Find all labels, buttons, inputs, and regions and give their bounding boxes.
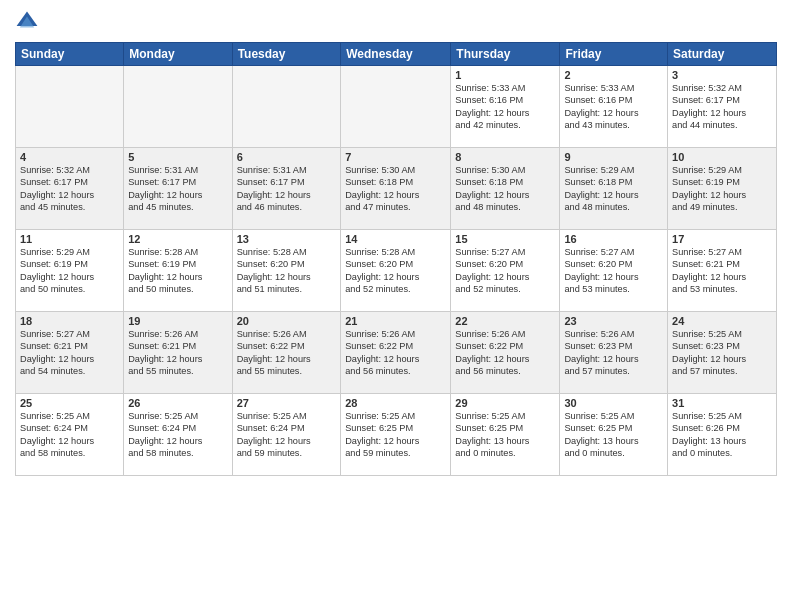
day-info: Sunrise: 5:25 AM Sunset: 6:24 PM Dayligh… bbox=[20, 410, 119, 460]
day-number: 18 bbox=[20, 315, 119, 327]
logo-icon bbox=[15, 10, 39, 34]
day-number: 26 bbox=[128, 397, 227, 409]
calendar-day-cell: 24Sunrise: 5:25 AM Sunset: 6:23 PM Dayli… bbox=[668, 312, 777, 394]
day-info: Sunrise: 5:25 AM Sunset: 6:25 PM Dayligh… bbox=[345, 410, 446, 460]
calendar-day-header: Sunday bbox=[16, 43, 124, 66]
calendar-day-cell: 12Sunrise: 5:28 AM Sunset: 6:19 PM Dayli… bbox=[124, 230, 232, 312]
day-number: 10 bbox=[672, 151, 772, 163]
day-number: 3 bbox=[672, 69, 772, 81]
calendar-day-cell bbox=[341, 66, 451, 148]
calendar-day-cell: 3Sunrise: 5:32 AM Sunset: 6:17 PM Daylig… bbox=[668, 66, 777, 148]
calendar-day-cell: 5Sunrise: 5:31 AM Sunset: 6:17 PM Daylig… bbox=[124, 148, 232, 230]
calendar-day-cell: 11Sunrise: 5:29 AM Sunset: 6:19 PM Dayli… bbox=[16, 230, 124, 312]
day-number: 31 bbox=[672, 397, 772, 409]
day-number: 24 bbox=[672, 315, 772, 327]
day-info: Sunrise: 5:31 AM Sunset: 6:17 PM Dayligh… bbox=[128, 164, 227, 214]
calendar-day-cell: 22Sunrise: 5:26 AM Sunset: 6:22 PM Dayli… bbox=[451, 312, 560, 394]
calendar-table: SundayMondayTuesdayWednesdayThursdayFrid… bbox=[15, 42, 777, 476]
day-number: 12 bbox=[128, 233, 227, 245]
header bbox=[15, 10, 777, 34]
day-number: 17 bbox=[672, 233, 772, 245]
calendar-day-cell: 28Sunrise: 5:25 AM Sunset: 6:25 PM Dayli… bbox=[341, 394, 451, 476]
day-number: 19 bbox=[128, 315, 227, 327]
day-number: 23 bbox=[564, 315, 663, 327]
calendar-day-header: Tuesday bbox=[232, 43, 341, 66]
day-number: 5 bbox=[128, 151, 227, 163]
day-number: 21 bbox=[345, 315, 446, 327]
calendar-day-cell: 20Sunrise: 5:26 AM Sunset: 6:22 PM Dayli… bbox=[232, 312, 341, 394]
calendar-header-row: SundayMondayTuesdayWednesdayThursdayFrid… bbox=[16, 43, 777, 66]
calendar-day-cell: 21Sunrise: 5:26 AM Sunset: 6:22 PM Dayli… bbox=[341, 312, 451, 394]
day-info: Sunrise: 5:33 AM Sunset: 6:16 PM Dayligh… bbox=[455, 82, 555, 132]
day-info: Sunrise: 5:25 AM Sunset: 6:24 PM Dayligh… bbox=[128, 410, 227, 460]
day-info: Sunrise: 5:26 AM Sunset: 6:22 PM Dayligh… bbox=[345, 328, 446, 378]
day-info: Sunrise: 5:25 AM Sunset: 6:26 PM Dayligh… bbox=[672, 410, 772, 460]
calendar-day-cell: 7Sunrise: 5:30 AM Sunset: 6:18 PM Daylig… bbox=[341, 148, 451, 230]
day-info: Sunrise: 5:31 AM Sunset: 6:17 PM Dayligh… bbox=[237, 164, 337, 214]
calendar-day-cell: 15Sunrise: 5:27 AM Sunset: 6:20 PM Dayli… bbox=[451, 230, 560, 312]
calendar-day-cell: 27Sunrise: 5:25 AM Sunset: 6:24 PM Dayli… bbox=[232, 394, 341, 476]
day-number: 14 bbox=[345, 233, 446, 245]
calendar-day-cell bbox=[16, 66, 124, 148]
day-info: Sunrise: 5:30 AM Sunset: 6:18 PM Dayligh… bbox=[455, 164, 555, 214]
day-info: Sunrise: 5:25 AM Sunset: 6:25 PM Dayligh… bbox=[455, 410, 555, 460]
calendar-day-cell: 26Sunrise: 5:25 AM Sunset: 6:24 PM Dayli… bbox=[124, 394, 232, 476]
calendar-day-cell: 10Sunrise: 5:29 AM Sunset: 6:19 PM Dayli… bbox=[668, 148, 777, 230]
logo bbox=[15, 10, 43, 34]
day-number: 22 bbox=[455, 315, 555, 327]
day-info: Sunrise: 5:30 AM Sunset: 6:18 PM Dayligh… bbox=[345, 164, 446, 214]
day-number: 30 bbox=[564, 397, 663, 409]
calendar-day-header: Monday bbox=[124, 43, 232, 66]
day-info: Sunrise: 5:28 AM Sunset: 6:20 PM Dayligh… bbox=[345, 246, 446, 296]
calendar-day-cell: 8Sunrise: 5:30 AM Sunset: 6:18 PM Daylig… bbox=[451, 148, 560, 230]
calendar-week-row: 18Sunrise: 5:27 AM Sunset: 6:21 PM Dayli… bbox=[16, 312, 777, 394]
calendar-day-cell: 29Sunrise: 5:25 AM Sunset: 6:25 PM Dayli… bbox=[451, 394, 560, 476]
calendar-day-header: Friday bbox=[560, 43, 668, 66]
calendar-day-cell: 19Sunrise: 5:26 AM Sunset: 6:21 PM Dayli… bbox=[124, 312, 232, 394]
calendar-day-cell: 4Sunrise: 5:32 AM Sunset: 6:17 PM Daylig… bbox=[16, 148, 124, 230]
calendar-week-row: 4Sunrise: 5:32 AM Sunset: 6:17 PM Daylig… bbox=[16, 148, 777, 230]
day-info: Sunrise: 5:27 AM Sunset: 6:21 PM Dayligh… bbox=[20, 328, 119, 378]
day-info: Sunrise: 5:29 AM Sunset: 6:19 PM Dayligh… bbox=[672, 164, 772, 214]
calendar-day-cell: 6Sunrise: 5:31 AM Sunset: 6:17 PM Daylig… bbox=[232, 148, 341, 230]
day-number: 9 bbox=[564, 151, 663, 163]
day-number: 29 bbox=[455, 397, 555, 409]
day-number: 20 bbox=[237, 315, 337, 327]
calendar-day-cell: 14Sunrise: 5:28 AM Sunset: 6:20 PM Dayli… bbox=[341, 230, 451, 312]
calendar-week-row: 11Sunrise: 5:29 AM Sunset: 6:19 PM Dayli… bbox=[16, 230, 777, 312]
day-number: 1 bbox=[455, 69, 555, 81]
calendar-day-cell: 25Sunrise: 5:25 AM Sunset: 6:24 PM Dayli… bbox=[16, 394, 124, 476]
day-number: 4 bbox=[20, 151, 119, 163]
day-info: Sunrise: 5:27 AM Sunset: 6:20 PM Dayligh… bbox=[564, 246, 663, 296]
day-number: 11 bbox=[20, 233, 119, 245]
day-info: Sunrise: 5:25 AM Sunset: 6:23 PM Dayligh… bbox=[672, 328, 772, 378]
day-info: Sunrise: 5:29 AM Sunset: 6:19 PM Dayligh… bbox=[20, 246, 119, 296]
day-info: Sunrise: 5:29 AM Sunset: 6:18 PM Dayligh… bbox=[564, 164, 663, 214]
calendar-day-cell: 1Sunrise: 5:33 AM Sunset: 6:16 PM Daylig… bbox=[451, 66, 560, 148]
day-info: Sunrise: 5:27 AM Sunset: 6:20 PM Dayligh… bbox=[455, 246, 555, 296]
day-number: 15 bbox=[455, 233, 555, 245]
calendar-day-cell: 30Sunrise: 5:25 AM Sunset: 6:25 PM Dayli… bbox=[560, 394, 668, 476]
main-container: SundayMondayTuesdayWednesdayThursdayFrid… bbox=[0, 0, 792, 612]
calendar-day-cell: 17Sunrise: 5:27 AM Sunset: 6:21 PM Dayli… bbox=[668, 230, 777, 312]
day-number: 28 bbox=[345, 397, 446, 409]
calendar-week-row: 1Sunrise: 5:33 AM Sunset: 6:16 PM Daylig… bbox=[16, 66, 777, 148]
calendar-day-header: Wednesday bbox=[341, 43, 451, 66]
calendar-week-row: 25Sunrise: 5:25 AM Sunset: 6:24 PM Dayli… bbox=[16, 394, 777, 476]
day-number: 25 bbox=[20, 397, 119, 409]
day-info: Sunrise: 5:26 AM Sunset: 6:21 PM Dayligh… bbox=[128, 328, 227, 378]
calendar-day-header: Thursday bbox=[451, 43, 560, 66]
day-info: Sunrise: 5:27 AM Sunset: 6:21 PM Dayligh… bbox=[672, 246, 772, 296]
day-number: 16 bbox=[564, 233, 663, 245]
calendar-day-cell: 31Sunrise: 5:25 AM Sunset: 6:26 PM Dayli… bbox=[668, 394, 777, 476]
day-info: Sunrise: 5:25 AM Sunset: 6:24 PM Dayligh… bbox=[237, 410, 337, 460]
day-number: 13 bbox=[237, 233, 337, 245]
day-info: Sunrise: 5:32 AM Sunset: 6:17 PM Dayligh… bbox=[20, 164, 119, 214]
day-info: Sunrise: 5:25 AM Sunset: 6:25 PM Dayligh… bbox=[564, 410, 663, 460]
calendar-day-cell: 13Sunrise: 5:28 AM Sunset: 6:20 PM Dayli… bbox=[232, 230, 341, 312]
calendar-day-cell bbox=[232, 66, 341, 148]
calendar-day-cell: 18Sunrise: 5:27 AM Sunset: 6:21 PM Dayli… bbox=[16, 312, 124, 394]
day-number: 27 bbox=[237, 397, 337, 409]
day-info: Sunrise: 5:32 AM Sunset: 6:17 PM Dayligh… bbox=[672, 82, 772, 132]
day-number: 8 bbox=[455, 151, 555, 163]
